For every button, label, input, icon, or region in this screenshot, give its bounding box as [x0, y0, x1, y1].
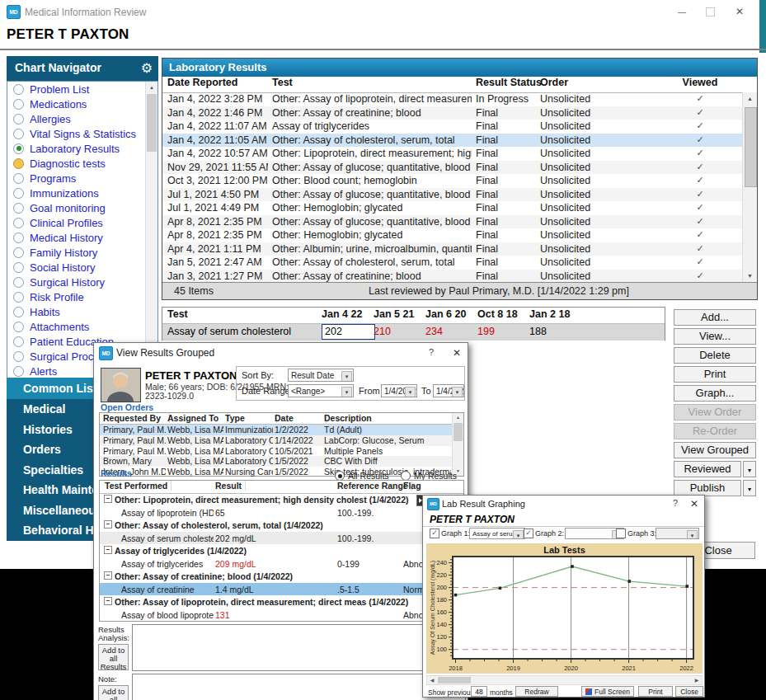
- result-group-row[interactable]: Other: Assay of lipoprotein, direct meas…: [100, 595, 463, 608]
- result-group-row[interactable]: Assay of triglycerides (1/4/2022): [100, 544, 463, 557]
- lab-result-row[interactable]: Jan 4, 2022 3:28 PM Other: Assay of lipo…: [162, 92, 743, 106]
- summary-date-header[interactable]: Jan 6 20: [425, 308, 466, 320]
- scroll-right-icon[interactable]: ▶: [692, 676, 702, 684]
- collapse-icon[interactable]: [104, 597, 112, 605]
- lab-result-row[interactable]: Jan 4, 2022 11:07 AM Assay of triglyceri…: [162, 120, 743, 134]
- add-to-all-results-button[interactable]: Add to all Results: [98, 644, 129, 670]
- action-button[interactable]: Graph...: [674, 385, 756, 402]
- result-group-row[interactable]: Other: Assay of cholesterol, serum, tota…: [100, 519, 463, 532]
- full-screen-button[interactable]: Full Screen: [581, 686, 634, 697]
- col-result[interactable]: Result: [215, 481, 246, 491]
- sidebar-item[interactable]: Surgical History: [7, 275, 157, 289]
- lab-result-row[interactable]: Apr 4, 2021 1:11 PM Other: Albumin; urin…: [162, 242, 743, 256]
- close-button[interactable]: Close: [675, 686, 703, 697]
- sidebar-item[interactable]: Goal monitoring: [7, 200, 157, 215]
- maximize-button[interactable]: [698, 1, 722, 22]
- sidebar-item[interactable]: Medications: [7, 96, 157, 111]
- action-button[interactable]: Delete: [674, 347, 756, 364]
- col-result-status[interactable]: Result Status: [476, 77, 542, 88]
- sidebar-item[interactable]: Medical History: [7, 230, 157, 245]
- redraw-button[interactable]: Redraw: [515, 686, 558, 697]
- sidebar-item[interactable]: Habits: [7, 304, 157, 319]
- orders-scrollbar[interactable]: [452, 413, 463, 476]
- result-row[interactable]: Assay of creatinine 1.4 mg/dL .5-1.5 Nor…: [100, 583, 463, 596]
- result-group-row[interactable]: Other: Assay of creatinine; blood (1/4/2…: [100, 570, 463, 583]
- lab-result-row[interactable]: Jan 4, 2022 1:46 PM Other: Assay of crea…: [162, 106, 743, 120]
- chart-horizontal-scrollbar[interactable]: ◀ ▶: [426, 675, 703, 685]
- lab-table-scrollbar[interactable]: [742, 92, 757, 283]
- dropdown-arrow-icon[interactable]: [743, 461, 756, 477]
- collapse-icon[interactable]: [104, 520, 112, 529]
- close-icon[interactable]: [690, 498, 698, 510]
- lab-result-row[interactable]: Jan 3, 2021 1:27 PM Other: Assay of crea…: [162, 270, 743, 284]
- sidebar-item[interactable]: Diagnostic tests: [7, 156, 157, 171]
- summary-date-header[interactable]: Jan 2 18: [529, 308, 570, 320]
- minimize-button[interactable]: [670, 1, 694, 22]
- graph-2-checkbox[interactable]: [524, 529, 533, 538]
- result-row[interactable]: Assay of serum cholesterol 202 mg/dL 100…: [100, 532, 463, 545]
- action-button[interactable]: View Grouped: [674, 442, 756, 458]
- lab-result-row[interactable]: Nov 29, 2021 11:55 AM Other: Assay of gl…: [162, 161, 743, 175]
- summary-date-header[interactable]: Oct 8 18: [477, 308, 518, 320]
- col-reference-range[interactable]: Reference Range: [337, 481, 412, 491]
- lab-result-row[interactable]: Jul 1, 2021 4:50 PM Other: Assay of gluc…: [162, 188, 743, 202]
- col-requested-by[interactable]: Requested By: [103, 413, 170, 423]
- sidebar-item[interactable]: Vital Signs & Statistics: [7, 126, 157, 141]
- collapse-icon[interactable]: [104, 571, 112, 580]
- graph-3-checkbox[interactable]: [616, 529, 626, 538]
- result-row[interactable]: Assay of triglycerides 209 mg/dL 0-199 A…: [100, 557, 463, 571]
- help-icon[interactable]: [429, 347, 434, 357]
- sidebar-item[interactable]: Social History: [7, 260, 157, 275]
- lab-result-row[interactable]: Jul 1, 2021 4:49 PM Other: Hemoglobin; g…: [162, 201, 743, 215]
- date-range-select[interactable]: <Range>: [288, 384, 354, 397]
- action-button[interactable]: View Order: [674, 404, 756, 420]
- months-input[interactable]: [471, 686, 487, 697]
- col-viewed[interactable]: Viewed: [665, 77, 735, 88]
- action-button[interactable]: Reviewed: [674, 461, 741, 477]
- lab-result-row[interactable]: Jan 5, 2021 2:47 AM Other: Assay of chol…: [162, 256, 743, 270]
- summary-date-header[interactable]: Jan 5 21: [374, 308, 414, 320]
- result-row[interactable]: Assay of blood lipoprotein 131 Abnormal: [100, 608, 463, 622]
- graph-1-select[interactable]: Assay of serum cholesterol: [469, 528, 525, 539]
- col-test-performed[interactable]: Test Performed: [105, 481, 172, 491]
- scroll-left-icon[interactable]: ◀: [427, 676, 437, 684]
- action-button[interactable]: Add...: [674, 309, 756, 326]
- sidebar-item[interactable]: Clinical Profiles: [7, 215, 157, 230]
- sidebar-item[interactable]: Programs: [7, 171, 157, 186]
- col-date-reported[interactable]: Date Reported: [167, 77, 237, 88]
- note-textarea[interactable]: [132, 674, 466, 700]
- summary-value[interactable]: 234: [425, 326, 443, 337]
- lab-result-row[interactable]: Apr 8, 2021 2:35 PM Other: Hemoglobin; g…: [162, 228, 743, 242]
- scroll-up-icon[interactable]: [743, 92, 757, 106]
- graph-1-checkbox[interactable]: [430, 529, 439, 538]
- lab-result-row[interactable]: Jan 4, 2022 11:05 AM Other: Assay of cho…: [162, 134, 743, 148]
- help-icon[interactable]: [673, 498, 678, 508]
- sort-by-select[interactable]: Result Date: [288, 369, 354, 382]
- action-button[interactable]: View...: [674, 328, 756, 345]
- col-flag[interactable]: Flag: [403, 481, 425, 491]
- open-order-row[interactable]: Brown, Mary Webb, Lisa MA Laboratory Ord…: [100, 456, 453, 467]
- graph-3-select[interactable]: [656, 528, 699, 539]
- summary-value[interactable]: 210: [374, 326, 391, 337]
- sidebar-item[interactable]: Family History: [7, 245, 157, 260]
- scroll-up-icon[interactable]: [453, 413, 463, 422]
- open-order-row[interactable]: Primary, Paul M.D. Webb, Lisa MA Laborat…: [100, 446, 453, 457]
- scrollbar-thumb[interactable]: [147, 94, 157, 152]
- collapse-icon[interactable]: [104, 495, 112, 503]
- open-order-row[interactable]: Intern, John M.D. Webb, Lisa MA Nursing …: [100, 467, 453, 477]
- action-button[interactable]: Print: [674, 366, 756, 383]
- scrollbar-thumb[interactable]: [453, 423, 463, 441]
- collapse-icon[interactable]: [104, 546, 112, 554]
- result-row[interactable]: Assay of lipoprotein (HDL) 65 100.-199.: [100, 506, 463, 519]
- open-order-row[interactable]: Primary, Paul M.D. Webb, Lisa MA Laborat…: [100, 435, 453, 446]
- sidebar-item[interactable]: Risk Profile: [7, 289, 157, 304]
- scroll-up-icon[interactable]: [146, 82, 157, 93]
- summary-date-header[interactable]: Jan 4 22: [322, 308, 362, 320]
- sidebar-scrollbar[interactable]: [145, 82, 157, 377]
- summary-value[interactable]: 202: [322, 324, 375, 340]
- result-group-row[interactable]: Other: Lipoprotein, direct measurement; …: [100, 493, 463, 506]
- scrollbar-thumb[interactable]: [745, 107, 757, 187]
- close-icon[interactable]: [453, 347, 461, 359]
- col-description[interactable]: Description: [324, 413, 455, 423]
- col-order[interactable]: Order: [540, 77, 568, 88]
